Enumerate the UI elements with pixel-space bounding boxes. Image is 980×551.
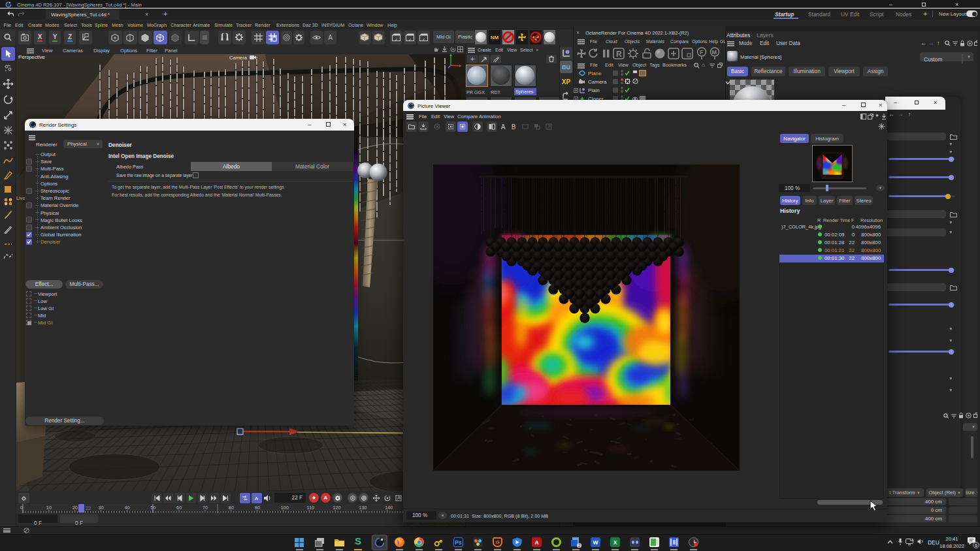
svg-text:30: 30 (99, 505, 104, 511)
svg-text:100: 100 (281, 505, 289, 511)
svg-text:20: 20 (73, 505, 78, 511)
svg-text:R: R (616, 50, 622, 59)
svg-text:120: 120 (333, 505, 340, 511)
svg-text:140: 140 (385, 505, 393, 511)
svg-text:80: 80 (229, 505, 234, 511)
svg-text:M: M (712, 49, 717, 55)
svg-text:70: 70 (203, 505, 208, 511)
svg-text:110: 110 (306, 505, 314, 511)
svg-text:60: 60 (176, 505, 182, 511)
svg-text:90: 90 (255, 505, 260, 511)
svg-text:F: F (700, 49, 704, 55)
svg-text:130: 130 (359, 505, 367, 511)
svg-text:10: 10 (46, 505, 52, 511)
svg-text:40: 40 (124, 505, 129, 511)
svg-text:2: 2 (578, 543, 581, 548)
